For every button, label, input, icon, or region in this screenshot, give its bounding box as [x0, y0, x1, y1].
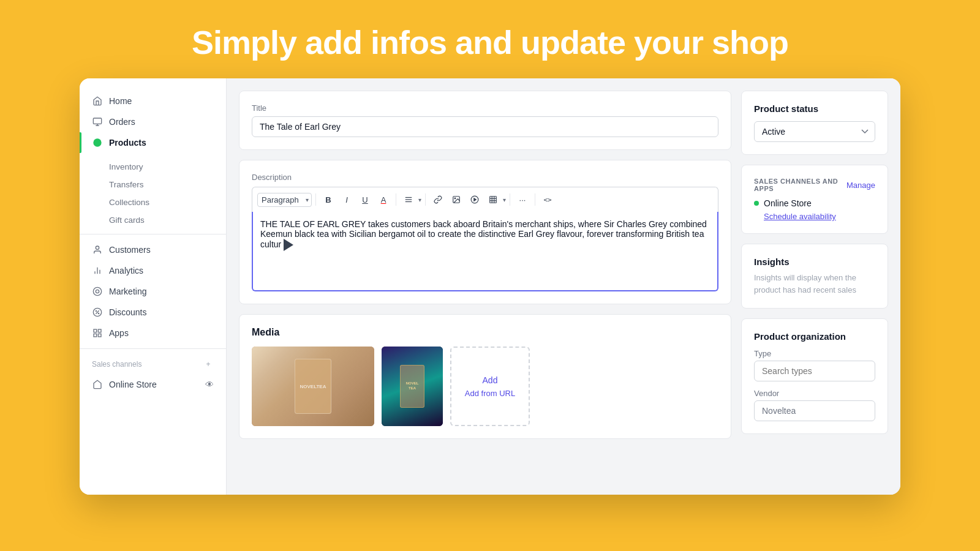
- hero-banner: Simply add infos and update your shop: [0, 0, 980, 78]
- product-org-title: Product organization: [754, 331, 875, 342]
- sidebar-item-marketing-label: Marketing: [109, 287, 146, 296]
- sidebar-sub-item-transfers[interactable]: Transfers: [80, 176, 226, 193]
- manage-link[interactable]: Manage: [846, 181, 875, 190]
- discounts-icon: [92, 307, 103, 318]
- sales-channels-card-title: SALES CHANNELS AND APPS: [754, 178, 846, 192]
- product-status-card: Product status Active Draft Archived: [741, 91, 888, 155]
- text-cursor: [284, 239, 293, 251]
- sidebar-online-store[interactable]: Online Store 👁: [80, 375, 226, 394]
- more-button[interactable]: ···: [514, 191, 531, 208]
- sidebar-item-apps[interactable]: Apps: [80, 323, 226, 343]
- online-store-name: Online Store: [764, 198, 812, 208]
- image-button[interactable]: [448, 191, 465, 208]
- bold-button[interactable]: B: [320, 191, 337, 208]
- add-from-url-button[interactable]: Add from URL: [465, 389, 515, 398]
- schedule-availability-link[interactable]: Schedule availability: [764, 212, 875, 221]
- sidebar-item-products[interactable]: Products: [80, 132, 226, 153]
- sidebar-item-orders-label: Orders: [109, 117, 135, 127]
- editor-body[interactable]: THE TALE OF EARL GREY takes customers ba…: [252, 212, 718, 291]
- table-button[interactable]: [484, 191, 502, 208]
- title-input[interactable]: [252, 116, 718, 137]
- media-item-1[interactable]: NOVELTEA: [252, 347, 374, 426]
- transfers-label: Transfers: [109, 180, 144, 189]
- align-chevron-icon: ▾: [418, 197, 421, 203]
- sidebar-sub-item-collections[interactable]: Collections: [80, 193, 226, 211]
- title-label: Title: [252, 103, 718, 113]
- collections-label: Collections: [109, 198, 149, 207]
- sidebar-item-discounts[interactable]: Discounts: [80, 302, 226, 323]
- media-add-placeholder[interactable]: Add Add from URL: [450, 347, 530, 426]
- link-button[interactable]: [429, 191, 447, 208]
- orders-icon: [92, 116, 103, 127]
- sidebar-item-orders[interactable]: Orders: [80, 111, 226, 132]
- analytics-icon: [92, 265, 103, 276]
- description-label: Description: [252, 173, 718, 182]
- toolbar-divider-2: [396, 193, 396, 206]
- insights-text: Insights will display when the product h…: [754, 272, 875, 296]
- home-icon: [92, 96, 103, 107]
- sidebar-item-products-label: Products: [109, 138, 146, 148]
- media-item-2[interactable]: NOVELTEA: [382, 347, 443, 426]
- sidebar-sub-item-gift-cards[interactable]: Gift cards: [80, 211, 226, 229]
- sales-channels-section: Sales channels +: [80, 354, 226, 375]
- svg-point-6: [93, 287, 101, 295]
- toolbar-divider-5: [535, 193, 535, 206]
- eye-icon[interactable]: 👁: [205, 380, 214, 389]
- svg-rect-14: [94, 334, 97, 337]
- plus-icon[interactable]: +: [203, 359, 214, 370]
- paragraph-select[interactable]: Paragraph: [257, 193, 312, 207]
- apps-icon: [92, 328, 103, 339]
- svg-point-2: [96, 246, 99, 249]
- sales-channels-label: Sales channels: [92, 360, 141, 369]
- add-media-button[interactable]: Add: [483, 375, 498, 385]
- app-window: Home Orders Products: [80, 78, 900, 495]
- sidebar: Home Orders Products: [80, 78, 227, 495]
- status-select[interactable]: Active Draft Archived: [754, 121, 875, 142]
- svg-rect-0: [93, 118, 101, 124]
- color-button[interactable]: A: [375, 191, 392, 208]
- gift-cards-label: Gift cards: [109, 216, 145, 225]
- hero-title: Simply add infos and update your shop: [0, 23, 980, 61]
- inventory-label: Inventory: [109, 162, 143, 171]
- sidebar-item-home-label: Home: [109, 96, 132, 106]
- vendor-input[interactable]: [754, 400, 875, 421]
- code-button[interactable]: <>: [539, 191, 556, 208]
- media-card: Media NOVELTEA: [239, 314, 731, 439]
- product-status-title: Product status: [754, 103, 875, 114]
- sidebar-item-marketing[interactable]: Marketing: [80, 281, 226, 302]
- sidebar-item-apps-label: Apps: [109, 328, 129, 338]
- sidebar-item-analytics[interactable]: Analytics: [80, 260, 226, 281]
- toolbar-divider-4: [510, 193, 510, 206]
- media-label: Media: [252, 327, 718, 338]
- store-icon: [92, 379, 103, 390]
- product-organization-card: Product organization Type Vendor: [741, 318, 888, 434]
- svg-point-7: [96, 290, 99, 293]
- insights-title: Insights: [754, 257, 875, 267]
- svg-rect-13: [98, 329, 101, 332]
- toolbar-divider-3: [425, 193, 426, 206]
- italic-button[interactable]: I: [338, 191, 355, 208]
- svg-point-1: [93, 138, 101, 146]
- video-button[interactable]: [466, 191, 483, 208]
- title-card: Title: [239, 91, 731, 150]
- sidebar-item-customers-label: Customers: [109, 245, 151, 255]
- customers-icon: [92, 244, 103, 255]
- marketing-icon: [92, 286, 103, 297]
- svg-point-20: [454, 198, 456, 199]
- description-card: Description Paragraph B: [239, 160, 731, 304]
- svg-rect-12: [94, 329, 97, 332]
- align-button[interactable]: [400, 191, 417, 208]
- description-text: THE TALE OF EARL GREY takes customers ba…: [260, 219, 707, 249]
- sidebar-item-home[interactable]: Home: [80, 91, 226, 111]
- sidebar-sub-item-inventory[interactable]: Inventory: [80, 158, 226, 176]
- main-content: Title Description Paragraph: [227, 78, 900, 495]
- svg-point-11: [98, 313, 99, 313]
- insights-card: Insights Insights will display when the …: [741, 244, 888, 309]
- sidebar-item-analytics-label: Analytics: [109, 266, 143, 276]
- vendor-label: Vendor: [754, 389, 875, 398]
- type-input[interactable]: [754, 361, 875, 381]
- underline-button[interactable]: U: [356, 191, 374, 208]
- online-store-sidebar-label: Online Store: [109, 380, 157, 389]
- type-label: Type: [754, 349, 875, 358]
- sidebar-item-customers[interactable]: Customers: [80, 239, 226, 260]
